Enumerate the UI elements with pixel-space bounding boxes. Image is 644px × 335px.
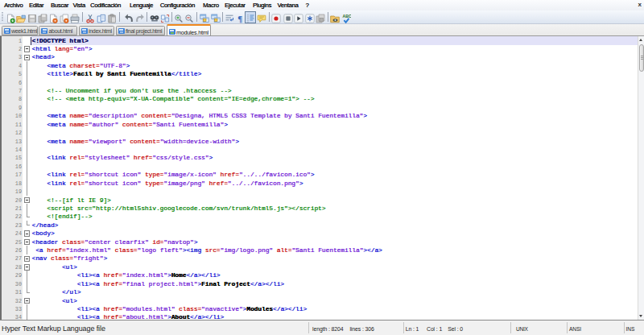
svg-text:ABC: ABC: [342, 14, 351, 19]
svg-text:¶: ¶: [237, 14, 242, 23]
